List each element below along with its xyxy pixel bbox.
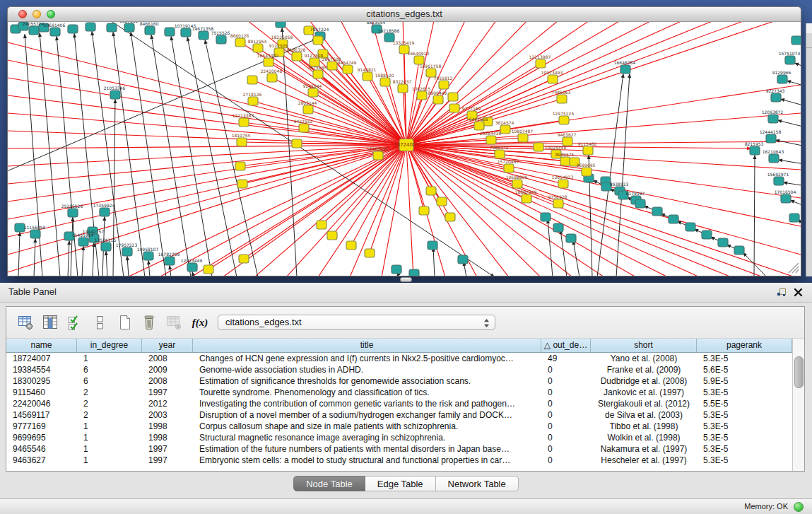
graph-node[interactable]: [541, 213, 551, 221]
graph-node[interactable]: [718, 238, 728, 247]
graph-node[interactable]: [669, 215, 678, 223]
graph-node[interactable]: [29, 26, 39, 35]
graph-node[interactable]: [276, 22, 286, 28]
citation-edge[interactable]: [406, 22, 784, 145]
graph-node[interactable]: [553, 199, 563, 208]
citation-edge[interactable]: [93, 243, 94, 276]
graph-node[interactable]: [363, 72, 372, 81]
graph-node[interactable]: [792, 36, 801, 45]
graph-node[interactable]: [235, 162, 245, 170]
graph-node[interactable]: [426, 187, 436, 195]
row-height-icon[interactable]: [89, 313, 110, 332]
graph-node[interactable]: [248, 97, 258, 105]
graph-node[interactable]: [110, 90, 120, 99]
graph-node[interactable]: [365, 249, 375, 257]
graph-node[interactable]: [199, 31, 208, 40]
graph-node[interactable]: [237, 138, 247, 146]
float-panel-icon[interactable]: [776, 287, 787, 298]
graph-node[interactable]: [101, 243, 111, 251]
graph-node[interactable]: [445, 213, 455, 221]
show-columns-icon[interactable]: [64, 313, 86, 332]
citation-edge[interactable]: [113, 32, 145, 276]
graph-node[interactable]: [145, 26, 155, 35]
graph-node[interactable]: [327, 62, 337, 70]
graph-node[interactable]: [518, 134, 528, 142]
graph-node[interactable]: [292, 52, 302, 61]
graph-node[interactable]: [30, 230, 40, 238]
graph-node[interactable]: [560, 157, 570, 165]
graph-node[interactable]: [237, 180, 247, 188]
graph-node[interactable]: [165, 257, 175, 265]
table-row[interactable]: 911546021997Tourette syndrome. Phenomeno…: [6, 387, 792, 398]
table-vertical-scrollbar[interactable]: [792, 339, 804, 471]
graph-node[interactable]: [557, 95, 567, 103]
table-row[interactable]: 969969511998Structural magnetic resonanc…: [6, 432, 792, 443]
graph-node[interactable]: [187, 263, 197, 271]
table-selector-dropdown[interactable]: citations_edges.txt: [218, 315, 495, 330]
citation-edge[interactable]: [406, 22, 753, 145]
graph-node[interactable]: [78, 238, 88, 246]
graph-node[interactable]: [346, 241, 356, 250]
citation-edge[interactable]: [272, 78, 406, 145]
graph-node[interactable]: [267, 74, 277, 82]
graph-node[interactable]: [553, 223, 563, 232]
graph-node[interactable]: [100, 208, 110, 216]
tab-edge-table[interactable]: Edge Table: [365, 476, 436, 491]
graph-node[interactable]: [264, 58, 273, 66]
graph-node[interactable]: [474, 122, 484, 130]
graph-node[interactable]: [777, 75, 787, 83]
table-row[interactable]: 2242004622012Investigating the contribut…: [6, 398, 792, 409]
graph-node[interactable]: [417, 91, 427, 100]
graph-node[interactable]: [504, 164, 514, 173]
network-canvas[interactable]: 2405572420691406106532571527602846616010…: [7, 22, 801, 276]
column-header-year[interactable]: year: [142, 339, 193, 352]
column-header-name[interactable]: name: [6, 339, 77, 352]
table-row[interactable]: 1456911722003Disruption of a novel membe…: [6, 409, 792, 421]
citation-edge[interactable]: [131, 32, 166, 276]
column-header-pagerank[interactable]: pagerank: [697, 339, 792, 352]
graph-node[interactable]: [439, 81, 449, 89]
citation-edge[interactable]: [754, 155, 755, 276]
tab-node-table[interactable]: Node Table: [293, 476, 365, 491]
graph-node[interactable]: [216, 35, 226, 44]
minimize-window-button[interactable]: [33, 10, 41, 18]
graph-node[interactable]: [558, 180, 568, 188]
graph-node[interactable]: [522, 194, 531, 203]
close-window-button[interactable]: [18, 10, 27, 18]
graph-node[interactable]: [392, 265, 401, 274]
graph-node[interactable]: [409, 269, 419, 276]
graph-node[interactable]: [181, 28, 191, 37]
graph-node[interactable]: [686, 223, 695, 231]
graph-node[interactable]: [495, 150, 505, 158]
graph-node[interactable]: [50, 28, 60, 36]
graph-node[interactable]: [253, 44, 263, 52]
resize-grip[interactable]: [796, 269, 799, 273]
graph-node[interactable]: [512, 180, 522, 188]
graph-node[interactable]: [582, 168, 592, 176]
citation-edge[interactable]: [573, 240, 579, 276]
graph-node[interactable]: [771, 93, 781, 102]
new-table-icon[interactable]: [114, 313, 135, 332]
graph-node[interactable]: [458, 255, 468, 264]
table-row[interactable]: 1830029562008Estimation of significance …: [6, 375, 792, 387]
column-header-title[interactable]: title: [193, 339, 541, 352]
window-titlebar[interactable]: citations_edges.txt: [7, 6, 801, 22]
graph-node[interactable]: [768, 115, 778, 123]
graph-node[interactable]: [143, 252, 153, 260]
citation-edge[interactable]: [433, 247, 435, 276]
graph-node[interactable]: [766, 134, 776, 143]
column-header-in_degree[interactable]: in_degree: [77, 339, 142, 352]
graph-node[interactable]: [781, 194, 791, 203]
graph-node[interactable]: [769, 154, 779, 163]
citation-edge[interactable]: [597, 74, 623, 276]
network-graph[interactable]: 2405572420691406106532571527602846616010…: [8, 22, 801, 276]
citation-edge[interactable]: [406, 145, 572, 276]
graph-node[interactable]: [299, 124, 309, 132]
network-view-window[interactable]: citations_edges.txt 24055724206914061065…: [7, 6, 801, 276]
column-header-short[interactable]: short: [591, 339, 697, 352]
graph-node[interactable]: [566, 234, 576, 243]
graph-node[interactable]: [292, 139, 302, 148]
column-header-out_de[interactable]: △ out_de…: [541, 339, 591, 352]
graph-node[interactable]: [785, 56, 795, 64]
table-row[interactable]: 946554611997Estimation of the future num…: [6, 443, 792, 455]
